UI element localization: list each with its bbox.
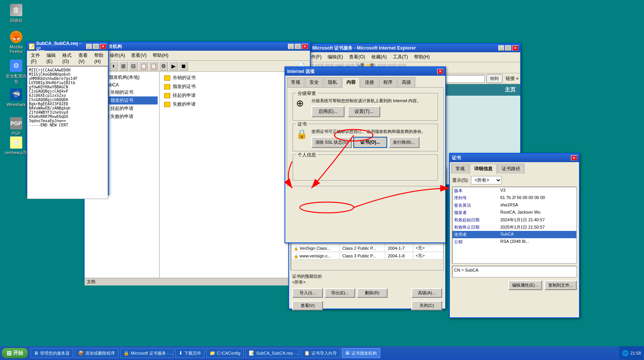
recycle-bin-icon[interactable]: 🗑 回收站: [4, 4, 28, 23]
ca-menu-action[interactable]: 操作(A): [107, 51, 127, 60]
cert-detail-title: 证书: [452, 155, 461, 161]
tab-connections[interactable]: 连接: [361, 77, 378, 87]
taskbar-item-subcareq[interactable]: 📝 SubCA_SubCA.req - ...: [245, 348, 299, 358]
minimize-btn[interactable]: _: [288, 44, 294, 49]
tb-up[interactable]: ⬆: [109, 61, 118, 71]
ie-menu-edit[interactable]: 编辑(E): [325, 53, 345, 61]
cd-field-valid-from[interactable]: 有效起始日期 2024年1月1日 21:40:57: [453, 216, 576, 224]
cd-field-pubkey[interactable]: 公钥 RSA (2048 Bi...: [453, 238, 576, 246]
menu-format[interactable]: 格式(O): [60, 51, 75, 65]
cd-field-algorithm[interactable]: 签名算法 sha1RSA: [453, 202, 576, 209]
tb-icon3[interactable]: 📋: [139, 61, 148, 71]
menu-file[interactable]: 文件(F): [28, 51, 43, 65]
ie-menu-view[interactable]: 查看(O): [347, 53, 367, 61]
taskbar-item-programs[interactable]: 📦 添加或删除程序: [75, 348, 118, 358]
cd-close-btn[interactable]: ✕: [571, 155, 577, 161]
cd-bottom-buttons: 编辑属性(E)... 复制到文件...: [452, 280, 577, 290]
cd-field-subject[interactable]: 使用者 SubCA: [453, 231, 576, 238]
menu-help[interactable]: 帮助(H): [92, 51, 107, 65]
cert-group-title: 证书: [296, 121, 308, 128]
cm-bottom-buttons: 查看(V) 关闭(C): [289, 299, 445, 312]
taskbar-item-certimport[interactable]: 📋 证书导入向导: [301, 348, 340, 358]
cd-tab-path[interactable]: 证书路径: [498, 164, 524, 174]
btn-advanced[interactable]: 高级(A)...: [411, 288, 442, 298]
btn-copy-to-file[interactable]: 复制到文件...: [544, 280, 577, 290]
subca-req-title: SubCA_SubCA.req - 记...: [36, 41, 86, 53]
wireshark-icon[interactable]: 🦈 Wireshark: [4, 88, 28, 107]
ie-menu-tools[interactable]: 工具(T): [391, 53, 410, 61]
iopt-titlebar[interactable]: Internet 选项 ✕: [285, 67, 445, 76]
cert-authority-titlebar[interactable]: 证书颁发机构 _ □ ✕: [85, 42, 310, 51]
cd-field-serial[interactable]: 序列号 61 7b 2f 56 00 00 00 00: [453, 194, 576, 202]
personal-title: 个人信息: [296, 152, 318, 158]
tb-icon5[interactable]: ⚙: [159, 61, 168, 71]
ie-minimize[interactable]: _: [498, 45, 504, 51]
iopt-close[interactable]: ✕: [437, 69, 443, 74]
cert-row-4[interactable]: 🔒 VeriSign Class... Class 2 Public P... …: [291, 244, 443, 252]
cd-cn-display: CN = SubCA: [452, 266, 577, 277]
btn-remove[interactable]: 删除(R): [357, 288, 388, 298]
btn-clear-ssl[interactable]: 清除 SSL 状态(S): [311, 137, 352, 148]
cd-fields-table: 版本 V3 序列号 61 7b 2f 56 00 00 00 00 签名算法 s…: [453, 187, 576, 246]
minimize-btn[interactable]: _: [86, 44, 92, 49]
certnew-icon[interactable]: 📄 certnew.p7b: [4, 136, 28, 155]
config-icon[interactable]: ⚙ 安全配置向导: [4, 60, 28, 85]
cd-tab-general[interactable]: 常规: [451, 164, 469, 174]
pgp-icon[interactable]: PGP PGP: [4, 117, 28, 136]
btn-export[interactable]: 导出(E)...: [324, 288, 355, 298]
btn-enable[interactable]: 启用(E)...: [311, 106, 344, 117]
ie-menu-help[interactable]: 帮助(H): [412, 53, 432, 61]
tab-security[interactable]: 安全: [305, 77, 323, 87]
btn-publishers[interactable]: 发行商(B)...: [389, 137, 419, 148]
iopt-title: Internet 选项: [287, 68, 315, 75]
ie-maximize[interactable]: □: [505, 45, 511, 51]
btn-view[interactable]: 查看(V): [292, 301, 323, 310]
tb-icon6[interactable]: ▶: [169, 61, 178, 71]
taskbar-item-server[interactable]: 🖥 管理您的服务器: [30, 348, 73, 358]
btn-edit-props[interactable]: 编辑属性(E)...: [508, 280, 542, 290]
cd-field-issuer[interactable]: 颁发者 RootCA, Jackson Wu: [453, 209, 576, 216]
ie-titlebar[interactable]: e Microsoft 证书服务 - Microsoft Internet Ex…: [303, 44, 520, 52]
firefox-icon[interactable]: 🦊 Mozilla Firefox: [4, 31, 28, 54]
tab-general[interactable]: 常规: [287, 77, 305, 87]
tab-advanced[interactable]: 高级: [398, 77, 415, 87]
ie-close[interactable]: ✕: [512, 45, 518, 51]
close-btn[interactable]: ✕: [100, 44, 106, 49]
btn-close[interactable]: 关闭(C): [411, 301, 442, 310]
ratings-title: 分级审查: [296, 90, 318, 97]
ca-menu-view[interactable]: 查看(V): [129, 51, 149, 60]
taskbar-item-download[interactable]: ⬇ 下载完毕: [175, 348, 205, 358]
tab-content[interactable]: 内容: [342, 77, 360, 88]
cert-row-5[interactable]: 🔒 www.verisign.c... Class 3 Public P... …: [291, 252, 443, 260]
maximize-btn[interactable]: □: [295, 44, 301, 49]
btn-import[interactable]: 导入(I)...: [292, 288, 323, 298]
subca-req-titlebar[interactable]: 📝 SubCA_SubCA.req - 记... _ □ ✕: [27, 42, 108, 51]
cd-tab-details[interactable]: 详细信息: [470, 164, 497, 174]
start-button[interactable]: ⊞ 开始: [2, 348, 28, 358]
tb-icon1[interactable]: ⊞: [119, 61, 128, 71]
btn-certificates[interactable]: 证书(O)...: [353, 137, 387, 148]
subca-content[interactable]: MIICrjCCAaCAAwEDOH MIIGjCAoGBANUgo6vh yH…: [27, 66, 108, 199]
taskbar-item-caconfig[interactable]: 📁 C:\CAConfig: [206, 348, 244, 358]
menu-edit[interactable]: 编辑(E): [44, 51, 58, 65]
maximize-btn[interactable]: □: [93, 44, 99, 49]
close-btn[interactable]: ✕: [302, 44, 308, 49]
ratings-desc: 分级系统可帮助您控制在该计算机上看到的 Internet 内容。: [311, 98, 434, 104]
ie-go-btn[interactable]: 转到: [486, 74, 503, 83]
tb-icon2[interactable]: ⊟: [129, 61, 138, 71]
tb-icon7[interactable]: ⏹: [179, 61, 188, 71]
cert-detail-titlebar[interactable]: 证书 ✕: [450, 154, 579, 162]
tb-icon4[interactable]: 📋: [149, 61, 158, 71]
tab-programs[interactable]: 程序: [379, 77, 397, 87]
cm-buttons: 导入(I)... 导出(E)... 删除(R) 高级(A)...: [289, 287, 445, 299]
ie-menu-fav[interactable]: 收藏(A): [369, 53, 389, 61]
tab-privacy[interactable]: 隐私: [324, 77, 341, 87]
taskbar-item-certservice[interactable]: 🔒 Microsoft 证书服务 - ...: [120, 348, 174, 358]
taskbar-item-certauth[interactable]: 🏛 证书颁发机构: [342, 348, 380, 358]
cd-field-version[interactable]: 版本 V3: [453, 187, 576, 194]
cd-show-select[interactable]: <所有>: [471, 176, 502, 184]
ca-menu-help[interactable]: 帮助(H): [150, 51, 171, 60]
menu-view[interactable]: 查看(V): [76, 51, 90, 65]
cd-field-valid-to[interactable]: 有效终止日期 2025年1月1日 21:50:57: [453, 224, 576, 231]
btn-settings[interactable]: 设置(T)...: [348, 106, 380, 117]
